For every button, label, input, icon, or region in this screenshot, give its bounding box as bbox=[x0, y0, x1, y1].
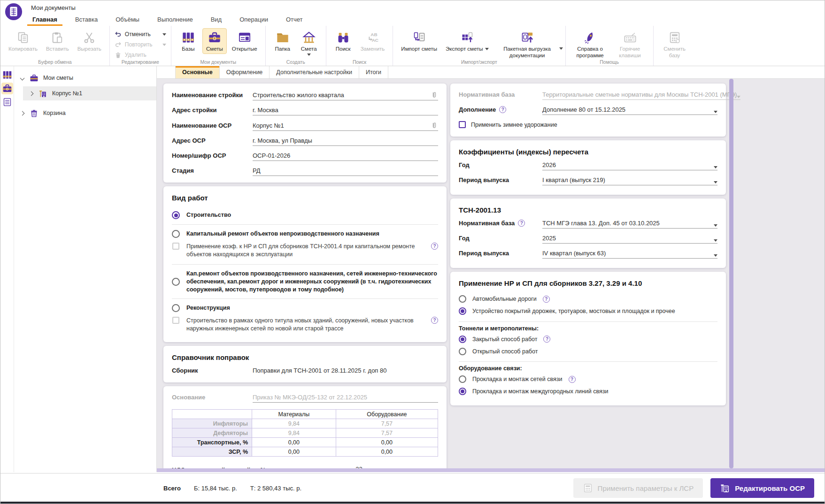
tree-item-my-estimates[interactable]: Мои сметы bbox=[14, 72, 156, 84]
radio-icon[interactable] bbox=[172, 304, 180, 312]
tsn13-year-select[interactable]: 2025 bbox=[542, 235, 717, 244]
option-pavements[interactable]: Устройство покрытий дорожек, тротуаров, … bbox=[459, 305, 717, 317]
radio-icon[interactable] bbox=[459, 295, 466, 303]
chevron-down-icon[interactable] bbox=[20, 76, 25, 80]
option-closed-method[interactable]: Закрытый способ работ ? bbox=[459, 333, 717, 345]
search-button[interactable]: Поиск bbox=[331, 28, 355, 54]
work-type-option-capital-repair[interactable]: Капитальный ремонт объектов непроизводст… bbox=[172, 226, 438, 242]
coef-period-select[interactable]: I квартал (выпуск 219) bbox=[542, 176, 717, 185]
option-open-method[interactable]: Открытый способ работ bbox=[459, 345, 717, 358]
checkbox-icon[interactable] bbox=[172, 317, 179, 324]
option-comm-networks[interactable]: Прокладка и монтаж сетей связи ? bbox=[459, 373, 717, 385]
tab-extra-settings[interactable]: Дополнительные настройки bbox=[270, 66, 359, 78]
vertical-scrollbar[interactable] bbox=[729, 79, 733, 468]
paperclip-icon[interactable] bbox=[431, 91, 438, 99]
tab-totals[interactable]: Итоги bbox=[359, 66, 388, 78]
paste-button[interactable]: Вставить bbox=[43, 28, 72, 54]
chevron-right-icon[interactable] bbox=[20, 111, 25, 115]
radio-icon[interactable] bbox=[459, 307, 466, 315]
osr-number-input[interactable] bbox=[253, 152, 438, 159]
hotkeys-button[interactable]: Горячие клавиши bbox=[612, 28, 648, 61]
tsn13-base-select[interactable]: ТСН МГЭ глава 13. Доп. 45 от 03.10.2025 bbox=[542, 220, 717, 229]
folder-button[interactable]: Папка bbox=[270, 28, 295, 54]
table-cell[interactable]: 7,57 bbox=[336, 419, 438, 428]
help-icon[interactable]: ? bbox=[543, 296, 550, 303]
replace-button[interactable]: ABAC Заменить bbox=[357, 28, 388, 54]
work-type-option-industrial-repair[interactable]: Кап.ремонт объектов производственного на… bbox=[172, 266, 438, 298]
tree-item-trash[interactable]: Корзина bbox=[14, 107, 156, 119]
tab-main[interactable]: Основные bbox=[175, 66, 220, 78]
import-estimate-button[interactable]: Импорт сметы bbox=[398, 28, 440, 54]
table-cell[interactable]: 0,00 bbox=[336, 438, 438, 447]
chevron-right-icon[interactable] bbox=[29, 91, 34, 96]
radio-icon[interactable] bbox=[172, 278, 180, 286]
rail-bases-button[interactable] bbox=[1, 69, 13, 81]
rail-estimates-button[interactable] bbox=[1, 83, 13, 94]
construction-name-input[interactable] bbox=[253, 92, 428, 99]
paperclip-icon[interactable] bbox=[431, 122, 438, 129]
new-estimate-dropdown-caret[interactable] bbox=[307, 53, 311, 56]
basis-input[interactable] bbox=[253, 394, 438, 401]
table-cell[interactable]: 0,00 bbox=[336, 447, 438, 457]
table-cell[interactable]: 7,57 bbox=[336, 428, 438, 438]
rail-opened-button[interactable] bbox=[1, 96, 13, 108]
winter-cost-checkbox-row[interactable]: Применить зимнее удорожание bbox=[459, 121, 717, 128]
work-type-option-reconstruction[interactable]: Реконструкция bbox=[172, 300, 438, 316]
tab-design[interactable]: Оформление bbox=[220, 66, 270, 78]
table-cell[interactable]: 0,00 bbox=[252, 438, 336, 447]
stage-input[interactable] bbox=[253, 167, 438, 174]
help-icon[interactable]: ? bbox=[518, 220, 525, 227]
undo-dropdown-caret[interactable] bbox=[162, 33, 166, 36]
batch-upload-dropdown-caret[interactable] bbox=[559, 47, 563, 50]
menu-obyomy[interactable]: Объёмы bbox=[114, 14, 141, 26]
tsn13-period-select[interactable]: IV квартал (выпуск 63) bbox=[542, 250, 717, 259]
menu-otchet[interactable]: Отчет bbox=[285, 14, 304, 26]
radio-icon[interactable] bbox=[459, 375, 466, 383]
work-type-suboption-coef[interactable]: Применение коэф. к НР и СП для сборников… bbox=[172, 242, 438, 263]
opened-button[interactable]: Открытые bbox=[229, 28, 261, 54]
tree-item-korpus-1[interactable]: Корпус №1 bbox=[23, 86, 156, 100]
work-type-option-construction[interactable]: Строительство bbox=[172, 207, 438, 223]
edit-osr-button[interactable]: Редактировать ОСР bbox=[710, 478, 814, 498]
redo-button[interactable]: Повторить bbox=[115, 40, 166, 49]
menu-operacii[interactable]: Операции bbox=[238, 14, 270, 26]
delete-button[interactable]: Удалить bbox=[115, 51, 166, 59]
estimates-button[interactable]: Сметы bbox=[202, 28, 227, 54]
table-cell[interactable]: 9,84 bbox=[252, 419, 336, 428]
supplement-select[interactable]: Дополнение 80 от 15.12.2025 bbox=[542, 106, 717, 115]
work-type-suboption-new-networks[interactable]: Строительство в рамках одного титула нов… bbox=[172, 316, 438, 335]
bases-button[interactable]: Базы bbox=[176, 28, 200, 54]
normative-base-select[interactable]: Территориальные сметные нормативы для Мо… bbox=[542, 91, 740, 100]
batch-upload-button[interactable]: Пакетная выгрузка документации bbox=[494, 28, 561, 61]
table-cell[interactable]: 9,84 bbox=[252, 428, 336, 438]
radio-icon[interactable] bbox=[459, 388, 466, 395]
option-comm-longdistance[interactable]: Прокладка и монтаж междугородных линий с… bbox=[459, 385, 717, 397]
radio-icon[interactable] bbox=[459, 336, 466, 343]
menu-vid[interactable]: Вид bbox=[209, 14, 224, 26]
export-dropdown-caret[interactable] bbox=[485, 48, 489, 50]
help-icon[interactable]: ? bbox=[569, 376, 576, 383]
construction-address-input[interactable] bbox=[253, 107, 438, 114]
export-estimate-button[interactable]: Экспорт сметы bbox=[442, 28, 492, 54]
radio-icon[interactable] bbox=[459, 348, 466, 355]
cut-button[interactable]: Вырезать bbox=[74, 28, 105, 54]
table-cell[interactable]: 0,00 bbox=[252, 447, 336, 457]
undo-button[interactable]: Отменить bbox=[115, 30, 166, 38]
apply-params-button[interactable]: Применить параметры к ЛСР bbox=[573, 478, 703, 498]
new-estimate-button[interactable]: Смета bbox=[297, 28, 321, 57]
osr-name-input[interactable] bbox=[253, 122, 428, 129]
help-icon[interactable]: ? bbox=[431, 317, 438, 324]
osr-address-input[interactable] bbox=[253, 137, 438, 144]
checkbox-icon[interactable] bbox=[172, 243, 179, 250]
help-icon[interactable]: ? bbox=[499, 106, 506, 113]
option-auto-roads[interactable]: Автомобильные дороги ? bbox=[459, 293, 717, 305]
change-base-button[interactable]: Сменить базу bbox=[658, 28, 691, 61]
menu-vstavka[interactable]: Вставка bbox=[74, 14, 99, 26]
radio-icon[interactable] bbox=[172, 230, 180, 238]
help-icon[interactable]: ? bbox=[543, 336, 550, 343]
radio-icon[interactable] bbox=[172, 211, 180, 219]
coef-year-select[interactable]: 2026 bbox=[542, 161, 717, 170]
horizontal-scrollbar[interactable] bbox=[157, 468, 825, 472]
checkbox-icon[interactable] bbox=[459, 121, 466, 128]
redo-dropdown-caret[interactable] bbox=[162, 44, 166, 46]
